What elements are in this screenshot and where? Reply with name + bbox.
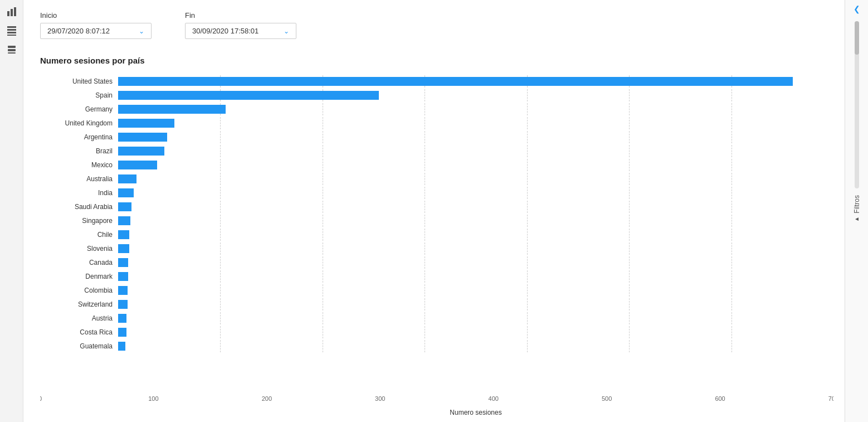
table-row: Guatemala <box>40 340 833 352</box>
filtros-label: Filtros <box>853 195 861 214</box>
bar <box>118 91 379 100</box>
country-label: Chile <box>40 231 118 239</box>
country-label: Canada <box>40 259 118 266</box>
x-tick: 500 <box>602 395 612 402</box>
bar-container <box>118 161 833 169</box>
bar <box>118 188 134 197</box>
country-label: Mexico <box>40 161 118 169</box>
country-label: Australia <box>40 175 118 183</box>
x-tick: 200 <box>262 395 272 402</box>
inicio-chevron-icon: ⌄ <box>139 27 144 35</box>
bar-container <box>118 77 833 86</box>
bar-container <box>118 105 833 114</box>
fin-select[interactable]: 30/09/2020 17:58:01 ⌄ <box>185 23 296 39</box>
bar <box>118 244 129 253</box>
filtros-tab[interactable]: ▸ Filtros <box>850 191 864 228</box>
country-label: Argentina <box>40 133 118 141</box>
bar-container <box>118 188 833 197</box>
country-label: Saudi Arabia <box>40 203 118 211</box>
svg-rect-4 <box>7 29 16 31</box>
x-tick: 700 <box>828 395 833 402</box>
table-row: Brazil <box>40 145 833 157</box>
bar-container <box>118 272 833 281</box>
table-row: Colombia <box>40 284 833 297</box>
bar-container <box>118 147 833 156</box>
bar-container <box>118 119 833 128</box>
inicio-value: 29/07/2020 8:07:12 <box>47 27 110 35</box>
country-label: Slovenia <box>40 245 118 253</box>
country-label: Brazil <box>40 147 118 155</box>
fin-chevron-icon: ⌄ <box>284 27 289 35</box>
table-row: Slovenia <box>40 242 833 255</box>
table-row: Germany <box>40 103 833 115</box>
country-label: Switzerland <box>40 300 118 308</box>
right-panel: ❮ ▸ Filtros <box>845 0 868 422</box>
bar <box>118 286 128 295</box>
bar-container <box>118 342 833 351</box>
main-content: Inicio 29/07/2020 8:07:12 ⌄ Fin 30/09/20… <box>23 0 845 422</box>
table-icon[interactable] <box>6 25 18 37</box>
svg-rect-3 <box>7 26 16 28</box>
bar <box>118 216 130 225</box>
table-row: United States <box>40 75 833 88</box>
bar <box>118 202 131 211</box>
country-label: Spain <box>40 91 118 99</box>
bar <box>118 105 226 114</box>
x-tick: 400 <box>489 395 499 402</box>
svg-rect-7 <box>8 46 16 48</box>
bar <box>118 328 126 337</box>
layers-icon[interactable] <box>6 43 18 56</box>
svg-rect-8 <box>8 49 16 51</box>
table-row: India <box>40 187 833 199</box>
country-label: Austria <box>40 314 118 322</box>
fin-filter-group: Fin 30/09/2020 17:58:01 ⌄ <box>185 11 296 39</box>
country-label: United States <box>40 77 118 85</box>
chevron-left-icon[interactable]: ❮ <box>854 4 860 13</box>
chart-title: Numero sesiones por país <box>40 56 833 65</box>
svg-rect-5 <box>7 32 16 33</box>
x-tick: 0 <box>40 395 42 402</box>
chart-section: Numero sesiones por país United States S… <box>40 56 833 422</box>
country-label: Germany <box>40 105 118 113</box>
country-label: Singapore <box>40 217 118 225</box>
table-row: Switzerland <box>40 298 833 311</box>
bar <box>118 258 128 267</box>
table-row: Chile <box>40 229 833 241</box>
filtros-icon: ▸ <box>853 216 861 224</box>
x-tick: 300 <box>375 395 385 402</box>
bar-container <box>118 244 833 253</box>
country-label: Guatemala <box>40 342 118 350</box>
table-row: Austria <box>40 312 833 324</box>
inicio-select[interactable]: 29/07/2020 8:07:12 ⌄ <box>40 23 152 39</box>
table-row: Argentina <box>40 131 833 143</box>
bar-container <box>118 133 833 142</box>
bar <box>118 272 128 281</box>
x-axis: 0100200300400500600700 <box>40 395 833 406</box>
svg-rect-9 <box>8 52 16 54</box>
fin-value: 30/09/2020 17:58:01 <box>192 27 259 35</box>
table-row: Costa Rica <box>40 326 833 338</box>
svg-rect-6 <box>7 35 16 36</box>
bar-container <box>118 91 833 100</box>
svg-rect-1 <box>11 9 13 16</box>
table-row: Australia <box>40 173 833 185</box>
bar <box>118 119 174 128</box>
bar <box>118 314 126 323</box>
bar-container <box>118 328 833 337</box>
scrollbar-thumb[interactable] <box>855 21 859 55</box>
country-label: United Kingdom <box>40 119 118 127</box>
bar-container <box>118 314 833 323</box>
table-row: Denmark <box>40 270 833 283</box>
bar-chart-icon[interactable] <box>6 6 18 18</box>
fin-label: Fin <box>185 11 296 20</box>
table-row: Canada <box>40 256 833 269</box>
table-row: United Kingdom <box>40 117 833 129</box>
left-sidebar <box>0 0 23 422</box>
country-label: Denmark <box>40 273 118 280</box>
table-row: Mexico <box>40 159 833 171</box>
country-label: India <box>40 189 118 197</box>
x-tick: 600 <box>715 395 725 402</box>
bar <box>118 230 129 239</box>
bar <box>118 174 136 183</box>
bar-container <box>118 286 833 295</box>
